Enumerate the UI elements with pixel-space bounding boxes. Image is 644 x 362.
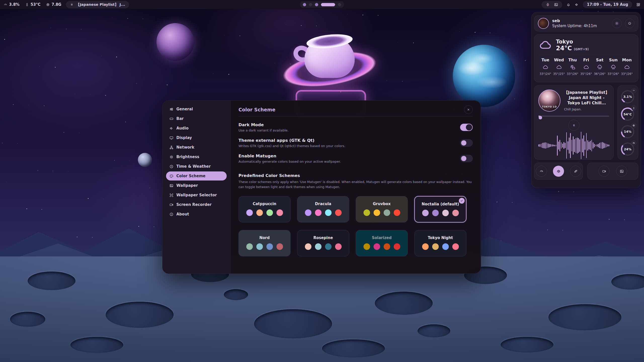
sidebar-item-time-weather[interactable]: Time & Weather [166, 162, 227, 171]
sidebar-item-general[interactable]: General [166, 105, 227, 114]
forecast-day-label: Fri [583, 58, 589, 62]
scheme-color-dot [432, 210, 439, 216]
waveform-bar [573, 136, 574, 155]
toggle-switch-off[interactable] [460, 139, 473, 147]
media-progress-knob[interactable] [539, 116, 542, 119]
notifications-bell-icon[interactable] [566, 3, 571, 7]
toggle-knob [461, 140, 466, 146]
workspace-dot-5-empty[interactable] [338, 3, 341, 6]
temperature-module[interactable]: 53°C [25, 2, 41, 7]
earth-planet [453, 45, 515, 107]
scheme-card-catppuccin[interactable]: Catppuccin [238, 196, 291, 222]
wallpaper-button[interactable] [616, 166, 627, 177]
workspace-dot-4-focused[interactable] [321, 3, 335, 6]
media-player-card: TOKYO LO 【Japanese Playlist】 Japan All N… [534, 85, 614, 160]
clock-pill[interactable]: 17:09 - Tue, 19 Aug [583, 1, 632, 8]
toggle-list: Dark ModeUse a dark variant if available… [238, 122, 473, 169]
profile-button-power-saver[interactable] [570, 166, 581, 177]
scheme-card-solarized[interactable]: Solarized [356, 230, 408, 256]
toggle-switch-off[interactable] [460, 155, 473, 162]
audio-waveform [538, 132, 609, 159]
sidebar-item-wallpaper[interactable]: Wallpaper [166, 181, 227, 190]
profile-button-balanced[interactable] [553, 166, 564, 177]
gauge-chip[interactable]: 14% [620, 123, 635, 139]
waveform-bar [570, 133, 571, 158]
screen-recorder-button[interactable] [598, 166, 610, 177]
scheme-color-dot [266, 243, 273, 250]
forecast-day-label: Sat [596, 58, 603, 62]
forecast-day-label: Mon [622, 58, 632, 62]
sidebar-item-audio[interactable]: Audio [166, 124, 227, 133]
waveform-bar [556, 145, 556, 146]
bar-icon [169, 117, 174, 121]
scheme-card-tokyo-night[interactable]: Tokyo Night [414, 230, 466, 256]
scheme-card-gruvbox[interactable]: Gruvbox [356, 196, 408, 222]
microphone-tray-icon[interactable] [546, 3, 550, 7]
waveform-bar [603, 143, 604, 148]
scheme-card-nord[interactable]: Nord [238, 230, 291, 256]
waveform-bar [566, 132, 567, 159]
waveform-bar [549, 144, 550, 147]
workspace-dot-2-empty[interactable] [309, 3, 312, 6]
waveform-bar [598, 144, 599, 147]
sidebar-item-display[interactable]: Display [166, 133, 227, 142]
power-button[interactable] [625, 19, 634, 28]
scheme-card-noctalia-default-[interactable]: Noctalia (default) [414, 196, 466, 222]
workspace-indicator[interactable] [300, 1, 344, 8]
header-divider [238, 116, 473, 116]
gauge-thermometer[interactable]: 54°C [620, 106, 635, 121]
chip-icon [631, 123, 636, 128]
temperature-value: 53°C [31, 2, 41, 7]
gauge-gauge[interactable]: 3.1% [620, 88, 635, 104]
waveform-bar [595, 145, 596, 146]
album-art[interactable]: TOKYO LO [538, 89, 560, 112]
sidebar-item-label: About [176, 212, 189, 216]
image-icon [169, 184, 174, 188]
scheme-card-rosepine[interactable]: Rosepine [297, 230, 349, 256]
waveform-bar [569, 138, 570, 154]
sidebar-item-about[interactable]: About [166, 210, 227, 219]
scheme-color-dot [452, 210, 459, 216]
sidebar-item-screen-recorder[interactable]: Screen Recorder [166, 200, 227, 209]
sidebar-item-wallpaper-selector[interactable]: Wallpaper Selector [166, 191, 227, 200]
waveform-bar [587, 140, 588, 151]
sidebar-item-color-scheme[interactable]: Color Scheme [166, 171, 227, 180]
top-bar: 3.8% 53°C 7.8G 【Japanese Playlist】 J... [0, 0, 644, 9]
settings-content: Color Scheme Dark ModeUse a dark variant… [230, 101, 481, 274]
network-icon [169, 145, 174, 150]
close-button[interactable] [464, 105, 473, 114]
scheme-color-dot [305, 209, 311, 216]
scheme-color-dot [266, 209, 273, 216]
power-profiles-card [534, 163, 583, 180]
profile-button-performance[interactable] [536, 166, 547, 177]
sidebar-item-bar[interactable]: Bar [166, 114, 227, 123]
forecast-temps: 33°/26° [621, 72, 633, 76]
wallpaper-tray-icon[interactable] [554, 3, 558, 7]
waveform-bar [578, 138, 579, 153]
toggle-switch-on[interactable] [460, 124, 473, 131]
cpu-usage-module[interactable]: 3.8% [4, 2, 20, 7]
workspace-dot-1-occupied[interactable] [303, 3, 306, 6]
scheme-color-dot [256, 209, 263, 216]
setting-label: Theme external apps (GTK & Qt) [238, 138, 345, 143]
workspace-dot-3-occupied[interactable] [315, 3, 318, 6]
volume-icon[interactable] [575, 3, 579, 7]
sidebar-item-brightness[interactable]: Brightness [166, 152, 227, 161]
memory-module[interactable]: 7.8G [46, 2, 61, 7]
topbar-media-pill[interactable]: 【Japanese Playlist】 J... [66, 1, 129, 8]
settings-gear-button[interactable] [612, 19, 622, 28]
rain-icon [611, 64, 616, 70]
app-launcher-icon[interactable] [636, 3, 640, 7]
forecast-day-label: Wed [554, 58, 564, 62]
settings-window: GeneralBarAudioDisplayNetworkBrightnessT… [162, 100, 481, 274]
side-panel: seb System Uptime: 4h11m Tokyo 24°C (GMT… [531, 12, 641, 188]
scheme-palette [305, 209, 342, 216]
sidebar-item-label: Network [176, 145, 194, 150]
gauge-disk[interactable]: 24% [620, 141, 635, 156]
scheme-card-dracula[interactable]: Dracula [297, 196, 349, 222]
sidebar-item-network[interactable]: Network [166, 143, 227, 152]
sliders-icon [169, 107, 174, 111]
scheme-color-dot [442, 243, 449, 250]
play-pause-button[interactable] [568, 120, 579, 131]
media-progress-bar[interactable] [538, 116, 609, 117]
